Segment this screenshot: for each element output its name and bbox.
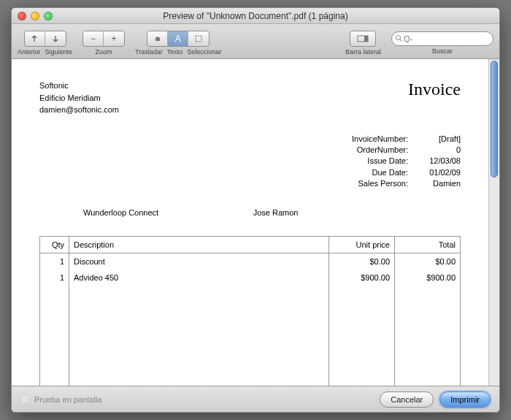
pdf-page: Softonic Edificio Meridiam damien@softon… (12, 59, 488, 386)
sender-email: damien@softonic.com (39, 104, 119, 116)
sender-block: Softonic Edificio Meridiam damien@softon… (39, 80, 119, 116)
text-tool-button[interactable]: A (168, 31, 188, 46)
table-row (40, 286, 461, 386)
table-row: 1 Advideo 450 $900.00 $900.00 (40, 270, 461, 286)
table-row: 1 Discount $0.00 $0.00 (40, 253, 461, 270)
meta-invoice-number-label: InvoiceNumber: (342, 134, 408, 145)
soft-proof-input[interactable] (20, 394, 30, 404)
zoom-group: − + Zoom (82, 31, 125, 56)
meta-invoice-number: [Draft] (417, 134, 461, 145)
meta-issue-label: Issue Date: (342, 156, 408, 167)
scrollbar-thumb[interactable] (491, 61, 498, 177)
traffic-lights (18, 12, 53, 20)
invoice-meta: InvoiceNumber:[Draft] OrderNumber:0 Issu… (39, 134, 461, 190)
invoice-title: Invoice (408, 80, 461, 116)
tool-group: A Trasladar Texto Seleccionar (135, 31, 221, 56)
print-button[interactable]: Imprimir (439, 392, 491, 408)
move-tool-button[interactable] (147, 31, 168, 46)
sheet-footer: Prueba en pantalla Cancelar Imprimir (12, 386, 499, 412)
close-icon[interactable] (18, 12, 26, 20)
col-price: Unit price (329, 237, 395, 253)
col-desc: Description (69, 237, 329, 253)
soft-proof-checkbox[interactable]: Prueba en pantalla (20, 394, 101, 404)
zoom-out-button[interactable]: − (83, 31, 104, 46)
preview-window: Preview of "Unknown Document".pdf (1 pág… (11, 7, 500, 413)
zoom-in-button[interactable]: + (104, 31, 124, 46)
next-label: Siguiente (45, 48, 73, 56)
meta-sales-person: Damien (417, 178, 461, 189)
svg-rect-2 (364, 36, 368, 42)
invoice-table: Qty Description Unit price Total 1 Disco… (39, 236, 461, 386)
window-title: Preview of "Unknown Document".pdf (1 pág… (12, 11, 499, 21)
sidebar-group: Barra lateral (345, 31, 381, 56)
meta-sales-label: Sales Person: (342, 178, 408, 189)
select-tool-button[interactable] (188, 31, 209, 46)
party-from: Wunderloop Connect (83, 208, 253, 217)
sidebar-toggle-button[interactable] (350, 31, 375, 46)
prev-label: Anterior (18, 48, 41, 56)
minimize-icon[interactable] (31, 12, 39, 20)
cancel-button[interactable]: Cancelar (380, 392, 434, 408)
sidebar-label: Barra lateral (345, 48, 381, 56)
nav-group: Anterior Siguiente (18, 31, 72, 56)
sender-name: Softonic (39, 80, 119, 92)
zoom-window-icon[interactable] (44, 12, 53, 20)
parties-row: Wunderloop Connect Jose Ramon (39, 208, 461, 217)
zoom-label: Zoom (96, 48, 112, 56)
sender-address: Edificio Meridiam (39, 92, 119, 104)
select-label: Seleccionar (187, 48, 221, 56)
move-label: Trasladar (135, 48, 163, 56)
meta-due-date: 01/02/09 (417, 167, 461, 178)
search-icon (395, 34, 404, 43)
col-qty: Qty (40, 237, 69, 253)
toolbar: Anterior Siguiente − + Zoom A Trasladar … (12, 24, 499, 59)
search-group: Buscar (391, 31, 493, 55)
text-label: Texto (167, 48, 183, 56)
meta-due-label: Due Date: (342, 167, 408, 178)
meta-order-number-label: OrderNumber: (342, 145, 408, 156)
meta-order-number: 0 (417, 145, 461, 156)
meta-issue-date: 12/03/08 (417, 156, 461, 167)
vertical-scrollbar[interactable] (488, 59, 499, 386)
search-input[interactable] (404, 34, 484, 43)
col-total: Total (395, 237, 461, 253)
party-to: Jose Ramon (253, 208, 423, 217)
search-label: Buscar (432, 47, 453, 55)
svg-line-4 (400, 39, 402, 41)
document-viewport: Softonic Edificio Meridiam damien@softon… (12, 59, 499, 386)
svg-point-3 (396, 35, 401, 39)
svg-rect-0 (196, 36, 201, 42)
next-button[interactable] (45, 31, 66, 46)
search-field[interactable] (391, 31, 493, 46)
prev-button[interactable] (25, 31, 45, 46)
titlebar: Preview of "Unknown Document".pdf (1 pág… (12, 8, 499, 24)
